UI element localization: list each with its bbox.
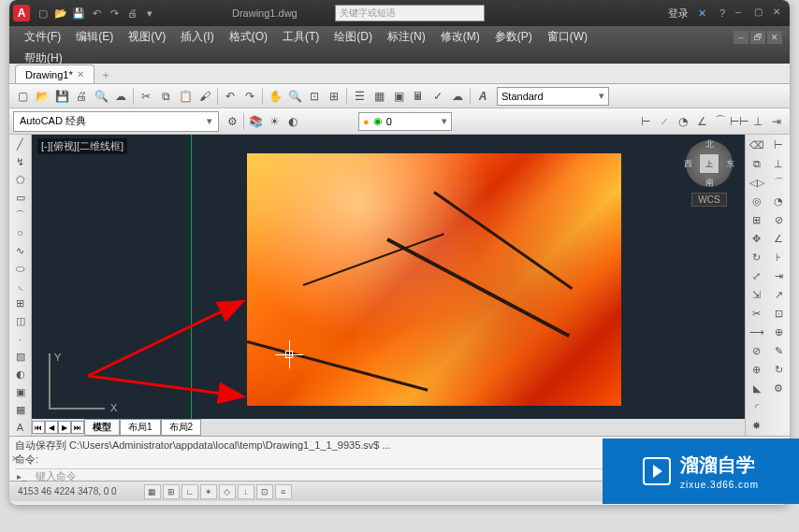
zoom-prev-icon[interactable]: ⊞ — [325, 87, 343, 106]
dim-edit-icon[interactable]: ✎ — [770, 342, 787, 359]
point-icon[interactable]: · — [12, 331, 29, 347]
doc-minimize-button[interactable]: – — [734, 31, 748, 44]
publish-icon[interactable]: ☁ — [111, 87, 130, 106]
text-style-selector[interactable]: Standard ▾ — [497, 87, 609, 106]
dim-rad-icon[interactable]: ◔ — [770, 193, 787, 209]
menu-tools[interactable]: 工具(T) — [275, 26, 327, 48]
viewport-label[interactable]: [-][俯视][二维线框] — [37, 138, 127, 154]
workspace-selector[interactable]: AutoCAD 经典 ▾ — [13, 111, 219, 132]
sun-icon[interactable]: ☀ — [265, 112, 283, 131]
dim-ord-icon[interactable]: ⊦ — [770, 249, 787, 266]
line-icon[interactable]: ╱ — [12, 137, 29, 152]
qat-redo-icon[interactable]: ↷ — [107, 6, 122, 21]
move-icon[interactable]: ✥ — [748, 230, 765, 247]
app-logo[interactable]: A — [13, 5, 30, 22]
center-icon[interactable]: ⊕ — [770, 324, 787, 340]
drawing-canvas[interactable]: [-][俯视][二维线框] Y X — [32, 135, 745, 436]
viewcube[interactable]: 上 北 东 南 西 WCS — [679, 140, 739, 224]
scale-icon[interactable]: ⤢ — [748, 267, 765, 284]
polygon-icon[interactable]: ⬠ — [12, 172, 29, 188]
dim-quick2-icon[interactable]: ⇥ — [770, 267, 787, 284]
workspace-settings-icon[interactable]: ⚙ — [223, 112, 241, 131]
array-icon[interactable]: ⊞ — [748, 211, 765, 228]
open-icon[interactable]: 📂 — [33, 87, 51, 106]
make-block-icon[interactable]: ◫ — [12, 313, 29, 329]
extend-icon[interactable]: ⟶ — [748, 324, 765, 340]
polyline-icon[interactable]: ↯ — [12, 154, 29, 170]
text-style-icon[interactable]: A — [473, 87, 492, 106]
menu-format[interactable]: 格式(O) — [222, 26, 275, 48]
fillet-icon[interactable]: ◜ — [748, 398, 765, 415]
qat-more-icon[interactable]: ▾ — [142, 6, 157, 21]
undo-icon[interactable]: ↶ — [221, 87, 240, 106]
doc-restore-button[interactable]: 🗗 — [750, 31, 765, 44]
qat-open-icon[interactable]: 📂 — [53, 6, 68, 21]
chamfer-icon[interactable]: ◣ — [748, 380, 765, 396]
circle-icon[interactable]: ○ — [12, 225, 29, 241]
dim-aligned-icon[interactable]: ⟋ — [655, 112, 674, 131]
tab-close-icon[interactable]: ✕ — [77, 69, 84, 79]
menu-modify[interactable]: 修改(M) — [433, 26, 487, 48]
break-icon[interactable]: ⊘ — [748, 342, 765, 359]
dim-style-icon[interactable]: ⚙ — [770, 380, 787, 396]
dim-continue-icon[interactable]: ⊢⊢ — [730, 112, 748, 131]
dim-arc2-icon[interactable]: ⌒ — [770, 174, 787, 191]
help-icon[interactable]: ? — [715, 6, 730, 21]
tool-palette-icon[interactable]: ▣ — [389, 87, 408, 106]
tab-add-button[interactable]: ＋ — [100, 67, 111, 83]
calc-icon[interactable]: 🖩 — [409, 87, 428, 106]
layer-off-icon[interactable]: ◐ — [283, 112, 302, 131]
layer-mgr-icon[interactable]: 📚 — [246, 112, 265, 131]
search-input[interactable]: 关键字或短语 — [335, 5, 485, 22]
dim-linear-icon[interactable]: ⊢ — [636, 112, 655, 131]
qat-print-icon[interactable]: 🖨 — [124, 6, 139, 21]
dim-baseline-icon[interactable]: ⊥ — [748, 112, 767, 131]
hatch-icon[interactable]: ▨ — [12, 349, 29, 365]
menu-edit[interactable]: 编辑(E) — [68, 26, 121, 48]
layout-nav-last[interactable]: ⏭ — [71, 421, 84, 434]
print-icon[interactable]: 🖨 — [72, 87, 91, 106]
leader-icon[interactable]: ↗ — [770, 286, 787, 303]
new-icon[interactable]: ▢ — [13, 87, 32, 106]
dim-v-icon[interactable]: ⊥ — [770, 155, 787, 172]
layout-nav-next[interactable]: ▶ — [58, 421, 71, 434]
preview-icon[interactable]: 🔍 — [92, 87, 110, 106]
dim-arc-icon[interactable]: ⌒ — [711, 112, 730, 131]
zoom-window-icon[interactable]: ⊡ — [305, 87, 324, 106]
layout-tab-model[interactable]: 模型 — [84, 419, 120, 436]
dim-radius-icon[interactable]: ◔ — [674, 112, 692, 131]
qat-save-icon[interactable]: 💾 — [71, 6, 86, 21]
layout-tab-2[interactable]: 布局2 — [161, 419, 202, 436]
layout-nav-first[interactable]: ⏮ — [32, 421, 45, 434]
pan-icon[interactable]: ✋ — [266, 87, 284, 106]
qat-undo-icon[interactable]: ↶ — [89, 6, 104, 21]
redo-icon[interactable]: ↷ — [240, 87, 259, 106]
doc-close-button[interactable]: ✕ — [767, 31, 782, 44]
dim-ang-icon[interactable]: ∠ — [770, 230, 787, 247]
trim-icon[interactable]: ✂ — [748, 305, 765, 322]
marker-icon[interactable]: ✓ — [429, 87, 447, 106]
layout-nav-prev[interactable]: ◀ — [45, 421, 58, 434]
arc-icon[interactable]: ⌒ — [12, 208, 29, 223]
menu-insert[interactable]: 插入(I) — [173, 26, 221, 48]
inserted-image[interactable] — [247, 153, 621, 406]
cut-icon[interactable]: ✂ — [137, 87, 155, 106]
offset-icon[interactable]: ◎ — [748, 193, 765, 209]
copy-obj-icon[interactable]: ⧉ — [748, 155, 765, 172]
paste-icon[interactable]: 📋 — [176, 87, 195, 106]
spline-icon[interactable]: ∿ — [12, 243, 29, 259]
match-icon[interactable]: 🖌 — [196, 87, 214, 106]
rotate-icon[interactable]: ↻ — [748, 249, 765, 266]
viewcube-face[interactable]: 上 — [699, 153, 719, 174]
region-icon[interactable]: ▣ — [12, 384, 29, 400]
menu-dim[interactable]: 标注(N) — [380, 26, 433, 48]
copy-icon[interactable]: ⧉ — [156, 87, 175, 106]
maximize-button[interactable]: ▢ — [754, 7, 767, 20]
mirror-icon[interactable]: ◁▷ — [748, 174, 765, 191]
sheet-icon[interactable]: ▦ — [370, 87, 388, 106]
dim-dia-icon[interactable]: ⊘ — [770, 211, 787, 228]
dim-angle-icon[interactable]: ∠ — [692, 112, 711, 131]
ellipse-arc-icon[interactable]: ◟ — [12, 279, 29, 295]
dim-quick-icon[interactable]: ⇥ — [767, 112, 786, 131]
text-icon[interactable]: A — [12, 420, 29, 436]
